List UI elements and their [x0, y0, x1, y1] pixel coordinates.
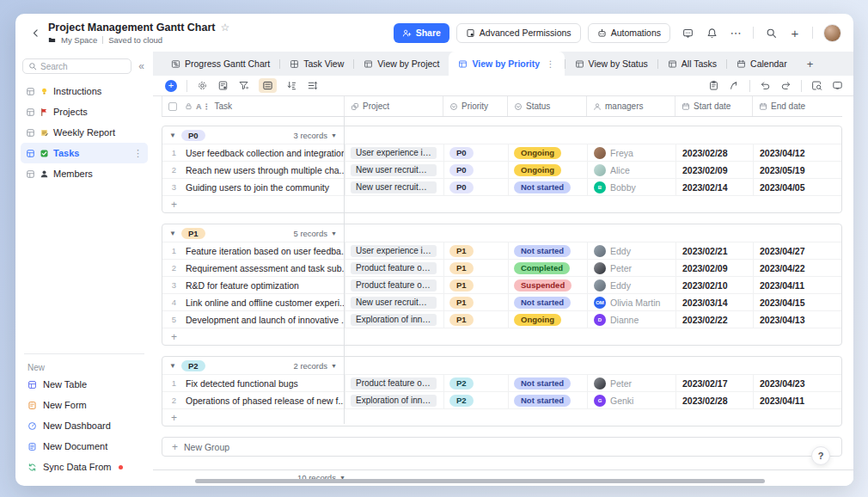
tab-progress-gantt-chart[interactable]: Progress Gantt Chart — [162, 52, 279, 76]
priority-pill[interactable]: P1 — [449, 297, 474, 309]
status-cell[interactable]: Not started — [508, 179, 587, 195]
project-tag[interactable]: Exploration of innova... — [351, 314, 437, 326]
end-date-cell[interactable]: 2023/04/15 — [753, 294, 841, 310]
end-date-cell[interactable]: 2023/04/27 — [753, 242, 841, 259]
start-date-cell[interactable]: 2023/02/09 — [675, 162, 753, 178]
task-cell[interactable]: Development and launch of innovative ... — [186, 311, 345, 328]
sidebar-item-projects[interactable]: Projects — [21, 101, 148, 122]
priority-pill[interactable]: P1 — [449, 314, 474, 326]
tab-calendar[interactable]: Calendar — [727, 52, 797, 76]
status-pill[interactable]: Not started — [514, 245, 571, 257]
tab-view-by-project[interactable]: View by Project — [354, 52, 449, 76]
plus-icon[interactable]: + — [788, 26, 802, 40]
priority-cell[interactable]: P1 — [443, 277, 508, 293]
status-pill[interactable]: Not started — [514, 395, 571, 407]
task-cell[interactable]: R&D for feature optimization — [186, 277, 345, 293]
add-row-button[interactable]: + — [162, 328, 841, 345]
end-date-cell[interactable]: 2023/04/11 — [753, 392, 841, 408]
column-end-date[interactable]: End date — [753, 96, 842, 116]
table-row[interactable]: 2 Operations of phased release of new f.… — [162, 391, 841, 408]
end-date-cell[interactable]: 2023/05/19 — [753, 162, 841, 178]
project-cell[interactable]: Exploration of innova... — [345, 311, 443, 328]
new-table-button[interactable]: New Table — [21, 374, 148, 395]
status-pill[interactable]: Not started — [514, 181, 571, 193]
column-priority[interactable]: Priority — [443, 96, 508, 116]
priority-cell[interactable]: P2 — [443, 375, 508, 391]
manager-cell[interactable]: Alice — [587, 162, 675, 178]
group-icon[interactable] — [259, 78, 277, 93]
filter-icon[interactable] — [238, 80, 249, 91]
project-cell[interactable]: Product feature opti... — [345, 260, 443, 276]
start-date-cell[interactable]: 2023/02/17 — [675, 375, 753, 391]
priority-pill[interactable]: P2 — [449, 377, 474, 390]
tab-task-view[interactable]: Task View — [280, 52, 353, 76]
tab-view-by-priority[interactable]: View by Priority ⋮ — [449, 52, 564, 76]
record-count[interactable]: 3 records▼ — [293, 131, 337, 140]
project-cell[interactable]: New user recruitment — [345, 162, 443, 178]
star-icon[interactable]: ☆ — [220, 22, 229, 33]
task-cell[interactable]: Requirement assessment and task sub... — [186, 260, 345, 276]
search-icon[interactable] — [764, 26, 778, 40]
group-pill[interactable]: P0 — [181, 130, 205, 141]
status-cell[interactable]: Not started — [508, 242, 587, 259]
add-view-button[interactable]: + — [797, 52, 824, 76]
start-date-cell[interactable]: 2023/02/14 — [675, 179, 753, 195]
start-date-cell[interactable]: 2023/02/10 — [675, 277, 753, 293]
priority-cell[interactable]: P0 — [443, 162, 508, 178]
table-row[interactable]: 4 Link online and offline customer exper… — [162, 293, 841, 310]
project-tag[interactable]: User experience imp... — [351, 147, 437, 159]
task-cell[interactable]: Fix detected functional bugs — [186, 375, 345, 391]
manager-cell[interactable]: OMOlivia Martin — [587, 294, 675, 310]
status-cell[interactable]: Ongoing — [508, 162, 587, 178]
project-tag[interactable]: New user recruitment — [351, 181, 437, 193]
horizontal-scrollbar[interactable] — [195, 479, 765, 483]
project-tag[interactable]: New user recruitment — [351, 297, 437, 309]
priority-pill[interactable]: P1 — [449, 262, 474, 274]
clipboard-icon[interactable] — [708, 80, 719, 91]
share-button[interactable]: Share — [394, 23, 449, 43]
priority-cell[interactable]: P0 — [443, 144, 508, 161]
task-cell[interactable]: Feature iteration based on user feedba..… — [186, 242, 345, 259]
manager-cell[interactable]: DDianne — [587, 311, 675, 328]
add-record-button[interactable]: + — [165, 80, 177, 92]
start-date-cell[interactable]: 2023/02/22 — [675, 311, 753, 328]
column-task[interactable]: A⋮ Task — [162, 96, 345, 116]
user-avatar[interactable] — [823, 24, 841, 42]
table-row[interactable]: 2 Requirement assessment and task sub...… — [162, 259, 841, 276]
new-group-button[interactable]: + New Group — [162, 437, 842, 457]
sync-data-button[interactable]: Sync Data From — [21, 457, 148, 477]
project-tag[interactable]: Product feature opti... — [351, 279, 437, 291]
priority-pill[interactable]: P0 — [449, 164, 474, 176]
priority-pill[interactable]: P0 — [449, 147, 474, 159]
collapse-group-icon[interactable]: ▼ — [169, 362, 176, 370]
comment-icon[interactable] — [832, 80, 843, 91]
more-icon[interactable]: ⋯ — [729, 26, 743, 40]
manager-cell[interactable]: BBobby — [587, 179, 675, 195]
back-button[interactable] — [26, 23, 45, 42]
table-row[interactable]: 2 Reach new users through multiple cha..… — [162, 161, 841, 178]
table-search-icon[interactable] — [811, 80, 822, 91]
status-cell[interactable]: Ongoing — [508, 311, 587, 328]
undo-icon[interactable] — [760, 80, 771, 91]
select-all-checkbox[interactable] — [168, 102, 177, 111]
bell-icon[interactable] — [705, 26, 718, 40]
end-date-cell[interactable]: 2023/04/23 — [753, 375, 841, 391]
sidebar-item-tasks[interactable]: Tasks ⋮ — [21, 143, 148, 163]
tab-all-tasks[interactable]: All Tasks — [658, 52, 726, 76]
tab-kebab-icon[interactable]: ⋮ — [546, 58, 555, 69]
collapse-group-icon[interactable]: ▼ — [169, 230, 176, 237]
record-count[interactable]: 2 records▼ — [293, 361, 337, 371]
frozen-column-divider[interactable] — [344, 117, 345, 424]
advanced-permissions-button[interactable]: Advanced Permissions — [456, 23, 581, 43]
table-row[interactable]: 3 R&D for feature optimization Product f… — [162, 276, 841, 293]
search-input[interactable] — [40, 62, 101, 71]
priority-cell[interactable]: P1 — [443, 294, 508, 310]
group-pill[interactable]: P1 — [181, 228, 205, 239]
end-date-cell[interactable]: 2023/04/11 — [753, 277, 841, 293]
project-cell[interactable]: User experience imp... — [345, 144, 443, 161]
manager-cell[interactable]: Peter — [587, 375, 675, 391]
table-row[interactable]: 1 User feedback collection and integrati… — [162, 144, 841, 161]
project-tag[interactable]: Product feature opti... — [351, 262, 437, 274]
status-pill[interactable]: Ongoing — [514, 314, 561, 326]
task-cell[interactable]: Reach new users through multiple cha... — [186, 162, 345, 178]
